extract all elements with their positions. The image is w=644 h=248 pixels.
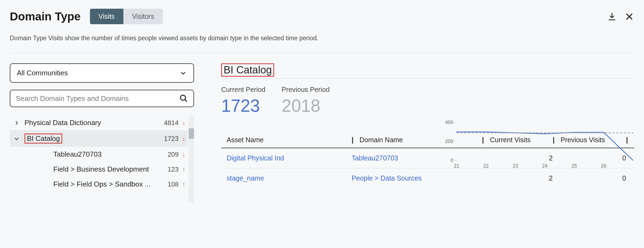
tree-item-count: 1723 xyxy=(164,135,179,142)
arrow-down-icon: ↓ xyxy=(182,151,185,158)
search-box[interactable] xyxy=(10,90,194,107)
cell-asset-name[interactable]: stage_name xyxy=(221,174,352,182)
download-icon[interactable] xyxy=(607,12,617,21)
tree-item[interactable]: Field > Business Development 123 ↑ xyxy=(10,162,187,177)
previous-period-label: Previous Period xyxy=(282,86,330,94)
tree-item-label: Field > Business Development xyxy=(53,165,169,173)
scrollbar-thumb[interactable] xyxy=(189,128,194,139)
detail-title-wrap: BI Catalog xyxy=(221,63,634,78)
close-icon[interactable] xyxy=(624,12,634,21)
tree-item[interactable]: Field > Field Ops > Sandbox ... 108 ↑ xyxy=(10,177,187,192)
tree-item-count: 209 xyxy=(168,151,179,158)
svg-text:25: 25 xyxy=(571,163,577,169)
highlight-box: BI Catalog xyxy=(24,134,62,144)
table-row[interactable]: stage_name People > Data Sources 2 0 xyxy=(221,168,634,188)
arrow-up-icon: ↑ xyxy=(182,181,185,188)
cell-domain-name[interactable]: People > Data Sources xyxy=(352,174,482,182)
page-title: Domain Type xyxy=(10,10,81,23)
community-select-label: All Communities xyxy=(17,69,68,77)
tree-item-label: Physical Data Dictionary xyxy=(24,119,164,127)
cell-asset-name[interactable]: Digital Physical Ind xyxy=(221,154,352,162)
previous-period-value: 2018 xyxy=(282,96,330,116)
svg-text:26: 26 xyxy=(601,163,607,169)
divider xyxy=(10,53,634,53)
arrow-up-icon: ↑ xyxy=(182,166,185,173)
tab-visitors[interactable]: Visitors xyxy=(123,9,163,24)
search-icon xyxy=(179,94,188,103)
search-input[interactable] xyxy=(16,94,179,103)
trend-chart: 0200400212223242526 xyxy=(440,120,644,169)
domain-tree: Physical Data Dictionary 4814 ↓ BI Catal… xyxy=(10,115,194,192)
tree-item[interactable]: Physical Data Dictionary 4814 ↓ xyxy=(10,115,187,130)
svg-text:0: 0 xyxy=(451,158,453,163)
tree-item[interactable]: Tableau270703 209 ↓ xyxy=(10,147,187,162)
svg-text:400: 400 xyxy=(445,120,453,125)
cell-current-visits: 2 xyxy=(482,174,553,182)
svg-text:21: 21 xyxy=(454,163,459,169)
tree-item-label: Field > Field Ops > Sandbox ... xyxy=(53,180,169,188)
svg-text:24: 24 xyxy=(542,163,548,169)
detail-divider xyxy=(221,78,634,79)
tree-item-label: Tableau270703 xyxy=(53,150,168,159)
arrow-down-icon: ↓ xyxy=(182,119,185,126)
tree-item-count: 108 xyxy=(168,181,179,188)
current-period-value: 1723 xyxy=(221,96,265,116)
chevron-down-icon xyxy=(179,69,187,77)
tab-visits[interactable]: Visits xyxy=(90,9,123,24)
description-text: Domain Type Visits show the number of ti… xyxy=(10,35,634,42)
svg-point-0 xyxy=(180,95,186,100)
tree-item-count: 4814 xyxy=(164,119,179,127)
previous-period-group: Previous Period 2018 xyxy=(282,86,330,116)
svg-text:23: 23 xyxy=(513,163,518,169)
svg-text:200: 200 xyxy=(445,139,453,144)
cell-previous-visits: 0 xyxy=(553,174,626,182)
current-period-group: Current Period 1723 xyxy=(221,86,265,116)
community-select[interactable]: All Communities xyxy=(10,63,194,83)
tab-group: Visits Visitors xyxy=(90,9,163,24)
th-asset-name[interactable]: Asset Name xyxy=(221,136,352,144)
chevron-right-icon[interactable] xyxy=(14,120,24,126)
detail-title: BI Catalog xyxy=(221,63,274,77)
tree-item-count: 123 xyxy=(168,166,179,173)
arrow-down-icon: ↓ xyxy=(182,135,185,142)
svg-text:22: 22 xyxy=(483,163,489,169)
tree-item[interactable]: BI Catalog 1723 ↓ xyxy=(10,130,187,147)
chevron-down-icon[interactable] xyxy=(14,136,24,142)
tree-item-label: BI Catalog xyxy=(24,134,164,144)
current-period-label: Current Period xyxy=(221,86,265,94)
